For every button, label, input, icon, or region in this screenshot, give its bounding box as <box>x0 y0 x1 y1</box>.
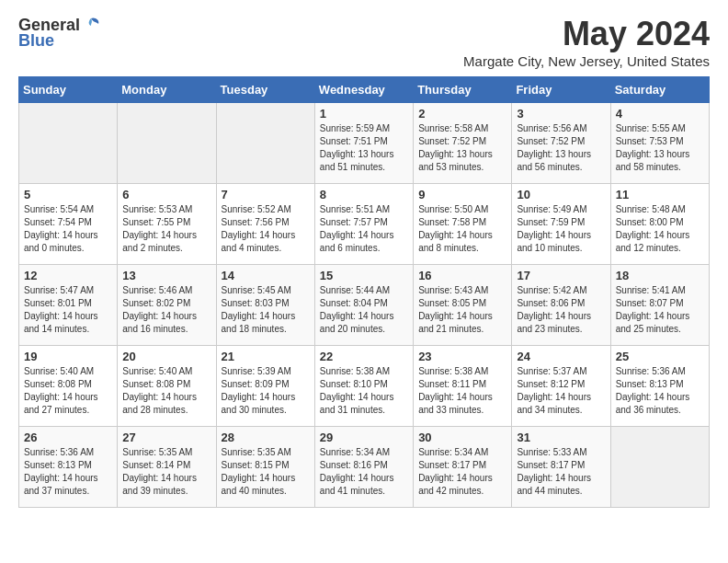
calendar-cell: 28Sunrise: 5:35 AM Sunset: 8:15 PM Dayli… <box>216 427 314 508</box>
calendar-cell: 22Sunrise: 5:38 AM Sunset: 8:10 PM Dayli… <box>314 346 413 427</box>
day-number: 13 <box>122 269 210 282</box>
day-number: 28 <box>222 431 310 444</box>
calendar-cell <box>19 103 118 184</box>
header-tuesday: Tuesday <box>216 77 314 103</box>
calendar-cell <box>610 427 709 508</box>
day-info: Sunrise: 5:51 AM Sunset: 7:57 PM Dayligh… <box>320 203 408 255</box>
header-thursday: Thursday <box>414 77 512 103</box>
day-number: 24 <box>517 350 605 363</box>
calendar-cell: 8Sunrise: 5:51 AM Sunset: 7:57 PM Daylig… <box>314 184 413 265</box>
logo-bird-icon <box>82 15 102 35</box>
calendar-cell: 3Sunrise: 5:56 AM Sunset: 7:52 PM Daylig… <box>512 103 610 184</box>
day-info: Sunrise: 5:55 AM Sunset: 7:53 PM Dayligh… <box>616 122 704 174</box>
day-info: Sunrise: 5:34 AM Sunset: 8:17 PM Dayligh… <box>418 446 506 498</box>
day-number: 20 <box>122 350 210 363</box>
calendar-week-row: 19Sunrise: 5:40 AM Sunset: 8:08 PM Dayli… <box>19 346 710 427</box>
day-number: 5 <box>24 188 112 201</box>
day-number: 16 <box>418 269 506 282</box>
day-number: 22 <box>320 350 408 363</box>
day-number: 23 <box>418 350 506 363</box>
calendar-cell: 1Sunrise: 5:59 AM Sunset: 7:51 PM Daylig… <box>314 103 413 184</box>
calendar-cell: 20Sunrise: 5:40 AM Sunset: 8:08 PM Dayli… <box>118 346 216 427</box>
calendar-cell: 15Sunrise: 5:44 AM Sunset: 8:04 PM Dayli… <box>314 265 413 346</box>
day-number: 1 <box>320 107 408 121</box>
calendar-cell: 31Sunrise: 5:33 AM Sunset: 8:17 PM Dayli… <box>512 427 610 508</box>
calendar-cell: 23Sunrise: 5:38 AM Sunset: 8:11 PM Dayli… <box>414 346 512 427</box>
day-info: Sunrise: 5:38 AM Sunset: 8:11 PM Dayligh… <box>418 365 506 417</box>
day-number: 2 <box>418 107 506 121</box>
calendar-cell: 17Sunrise: 5:42 AM Sunset: 8:06 PM Dayli… <box>512 265 610 346</box>
day-info: Sunrise: 5:45 AM Sunset: 8:03 PM Dayligh… <box>222 284 310 336</box>
calendar-cell: 25Sunrise: 5:36 AM Sunset: 8:13 PM Dayli… <box>610 346 709 427</box>
day-info: Sunrise: 5:50 AM Sunset: 7:58 PM Dayligh… <box>418 203 506 255</box>
day-number: 9 <box>418 188 506 201</box>
day-number: 8 <box>320 188 408 201</box>
calendar-cell: 29Sunrise: 5:34 AM Sunset: 8:16 PM Dayli… <box>314 427 413 508</box>
day-number: 6 <box>122 188 210 201</box>
calendar-week-row: 26Sunrise: 5:36 AM Sunset: 8:13 PM Dayli… <box>19 427 710 508</box>
calendar-cell: 14Sunrise: 5:45 AM Sunset: 8:03 PM Dayli… <box>216 265 314 346</box>
day-info: Sunrise: 5:48 AM Sunset: 8:00 PM Dayligh… <box>616 203 704 255</box>
title-area: May 2024 Margate City, New Jersey, Unite… <box>463 15 710 69</box>
calendar-cell: 11Sunrise: 5:48 AM Sunset: 8:00 PM Dayli… <box>610 184 709 265</box>
calendar-table: SundayMondayTuesdayWednesdayThursdayFrid… <box>18 76 710 508</box>
day-number: 7 <box>222 188 310 201</box>
calendar-cell: 16Sunrise: 5:43 AM Sunset: 8:05 PM Dayli… <box>414 265 512 346</box>
day-info: Sunrise: 5:54 AM Sunset: 7:54 PM Dayligh… <box>24 203 112 255</box>
day-number: 21 <box>222 350 310 363</box>
calendar-cell: 18Sunrise: 5:41 AM Sunset: 8:07 PM Dayli… <box>610 265 709 346</box>
day-info: Sunrise: 5:35 AM Sunset: 8:15 PM Dayligh… <box>222 446 310 498</box>
calendar-cell: 9Sunrise: 5:50 AM Sunset: 7:58 PM Daylig… <box>414 184 512 265</box>
day-number: 19 <box>24 350 112 363</box>
calendar-cell: 10Sunrise: 5:49 AM Sunset: 7:59 PM Dayli… <box>512 184 610 265</box>
day-info: Sunrise: 5:49 AM Sunset: 7:59 PM Dayligh… <box>517 203 605 255</box>
calendar-cell: 7Sunrise: 5:52 AM Sunset: 7:56 PM Daylig… <box>216 184 314 265</box>
calendar-week-row: 5Sunrise: 5:54 AM Sunset: 7:54 PM Daylig… <box>19 184 710 265</box>
day-number: 15 <box>320 269 408 282</box>
day-info: Sunrise: 5:38 AM Sunset: 8:10 PM Dayligh… <box>320 365 408 417</box>
day-info: Sunrise: 5:46 AM Sunset: 8:02 PM Dayligh… <box>122 284 210 336</box>
day-info: Sunrise: 5:59 AM Sunset: 7:51 PM Dayligh… <box>320 122 408 174</box>
location: Margate City, New Jersey, United States <box>463 53 710 69</box>
calendar-cell: 26Sunrise: 5:36 AM Sunset: 8:13 PM Dayli… <box>19 427 118 508</box>
calendar-cell: 13Sunrise: 5:46 AM Sunset: 8:02 PM Dayli… <box>118 265 216 346</box>
calendar-cell: 24Sunrise: 5:37 AM Sunset: 8:12 PM Dayli… <box>512 346 610 427</box>
day-number: 14 <box>222 269 310 282</box>
calendar-cell: 6Sunrise: 5:53 AM Sunset: 7:55 PM Daylig… <box>118 184 216 265</box>
day-number: 4 <box>616 107 704 121</box>
day-number: 10 <box>517 188 605 201</box>
calendar-cell: 4Sunrise: 5:55 AM Sunset: 7:53 PM Daylig… <box>610 103 709 184</box>
day-number: 17 <box>517 269 605 282</box>
day-info: Sunrise: 5:44 AM Sunset: 8:04 PM Dayligh… <box>320 284 408 336</box>
logo-blue-text: Blue <box>18 31 54 51</box>
day-number: 25 <box>616 350 704 363</box>
month-title: May 2024 <box>463 15 710 53</box>
calendar-cell: 30Sunrise: 5:34 AM Sunset: 8:17 PM Dayli… <box>414 427 512 508</box>
day-info: Sunrise: 5:56 AM Sunset: 7:52 PM Dayligh… <box>517 122 605 174</box>
day-info: Sunrise: 5:47 AM Sunset: 8:01 PM Dayligh… <box>24 284 112 336</box>
calendar-week-row: 1Sunrise: 5:59 AM Sunset: 7:51 PM Daylig… <box>19 103 710 184</box>
day-info: Sunrise: 5:42 AM Sunset: 8:06 PM Dayligh… <box>517 284 605 336</box>
calendar-cell: 12Sunrise: 5:47 AM Sunset: 8:01 PM Dayli… <box>19 265 118 346</box>
day-number: 18 <box>616 269 704 282</box>
day-number: 3 <box>517 107 605 121</box>
day-number: 29 <box>320 431 408 444</box>
day-info: Sunrise: 5:33 AM Sunset: 8:17 PM Dayligh… <box>517 446 605 498</box>
calendar-cell: 27Sunrise: 5:35 AM Sunset: 8:14 PM Dayli… <box>118 427 216 508</box>
day-number: 26 <box>24 431 112 444</box>
day-info: Sunrise: 5:52 AM Sunset: 7:56 PM Dayligh… <box>222 203 310 255</box>
page-header: General Blue May 2024 Margate City, New … <box>18 15 710 69</box>
day-info: Sunrise: 5:37 AM Sunset: 8:12 PM Dayligh… <box>517 365 605 417</box>
day-info: Sunrise: 5:34 AM Sunset: 8:16 PM Dayligh… <box>320 446 408 498</box>
calendar-header-row: SundayMondayTuesdayWednesdayThursdayFrid… <box>19 77 710 103</box>
calendar-cell: 5Sunrise: 5:54 AM Sunset: 7:54 PM Daylig… <box>19 184 118 265</box>
calendar-cell <box>216 103 314 184</box>
day-info: Sunrise: 5:39 AM Sunset: 8:09 PM Dayligh… <box>222 365 310 417</box>
day-info: Sunrise: 5:40 AM Sunset: 8:08 PM Dayligh… <box>122 365 210 417</box>
day-info: Sunrise: 5:58 AM Sunset: 7:52 PM Dayligh… <box>418 122 506 174</box>
header-sunday: Sunday <box>19 77 118 103</box>
header-friday: Friday <box>512 77 610 103</box>
day-number: 11 <box>616 188 704 201</box>
logo: General Blue <box>18 15 102 51</box>
day-number: 31 <box>517 431 605 444</box>
